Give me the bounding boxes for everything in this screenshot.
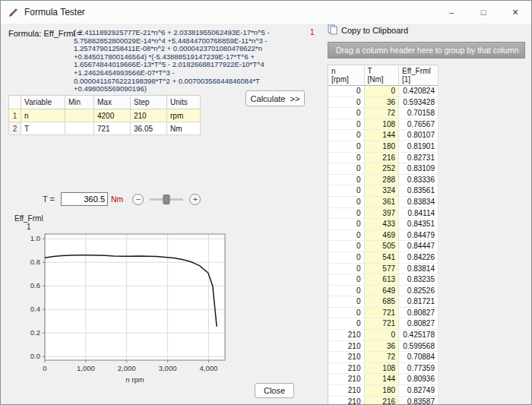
results-header-row: n [rpm] T [Nm] Eff_Frml [1] — [328, 65, 439, 86]
variable-row[interactable]: 2T72136.05Nm — [9, 122, 201, 135]
result-row[interactable]: 2101440.80936 — [328, 374, 439, 385]
result-row[interactable]: 06490.82526 — [328, 285, 439, 296]
n-cell: 0 — [328, 86, 365, 97]
result-row[interactable]: 04690.84479 — [328, 229, 439, 241]
t-cell: 288 — [364, 174, 399, 185]
n-cell: 210 — [328, 352, 365, 363]
svg-text:n rpm: n rpm — [125, 375, 144, 384]
variable-name-cell[interactable]: n — [21, 109, 65, 122]
copy-to-clipboard-label: Copy to Clipboard — [341, 26, 408, 35]
eff-cell: 0.83561 — [399, 185, 439, 197]
max-cell[interactable]: 4200 — [94, 109, 131, 122]
eff-cell: 0.81901 — [399, 141, 439, 152]
chart-y-axis-name: Eff_Frml — [14, 214, 43, 223]
result-row[interactable]: 05770.83814 — [328, 263, 439, 274]
result-row[interactable]: 01080.76567 — [328, 119, 439, 130]
result-row[interactable]: 2101800.82749 — [328, 385, 439, 397]
maximize-button[interactable]: □ — [467, 1, 499, 24]
t-cell: 613 — [364, 274, 399, 286]
results-col-header-t[interactable]: T [Nm] — [364, 65, 399, 86]
col-header-units: Units — [167, 96, 201, 109]
t-cell: 144 — [364, 130, 399, 141]
result-row[interactable]: 06850.81721 — [328, 296, 439, 308]
t-cell: 505 — [364, 241, 399, 252]
t-cell: 72 — [364, 108, 399, 119]
result-row[interactable]: 210360.599568 — [328, 340, 439, 352]
results-table: n [rpm] T [Nm] Eff_Frml [1] 000.42082403… — [328, 65, 439, 405]
n-cell: 0 — [328, 241, 365, 252]
decrement-button[interactable]: − — [132, 194, 144, 205]
col-header-step: Step — [131, 96, 167, 109]
units-cell[interactable]: Nm — [167, 122, 201, 135]
eff-cell: 0.82731 — [399, 152, 439, 163]
min-cell[interactable] — [65, 122, 94, 135]
step-cell[interactable]: 210 — [131, 109, 167, 122]
result-row[interactable]: 21000.425178 — [328, 330, 439, 341]
eff-cell: 0.425178 — [399, 330, 439, 341]
result-row[interactable]: 2102160.83587 — [328, 396, 439, 405]
max-cell[interactable]: 721 — [94, 122, 131, 135]
t-cell: 433 — [364, 219, 399, 230]
minimize-button[interactable]: – — [435, 1, 467, 24]
svg-text:0.2: 0.2 — [30, 328, 40, 337]
n-cell: 210 — [328, 385, 365, 397]
window-controls: – □ ✕ — [435, 1, 531, 24]
results-col-header-n[interactable]: n [rpm] — [328, 65, 365, 86]
eff-cell: 0.82526 — [399, 285, 439, 296]
result-row[interactable]: 210720.70884 — [328, 352, 439, 363]
result-row[interactable]: 02880.83336 — [328, 174, 439, 185]
eff-cell: 0.80827 — [399, 307, 439, 318]
eff-cell: 0.80107 — [399, 130, 439, 141]
variable-name-cell[interactable]: T — [21, 122, 65, 135]
result-row[interactable]: 0720.70158 — [328, 108, 439, 119]
result-row[interactable]: 03240.83561 — [328, 185, 439, 197]
t-cell: 108 — [364, 119, 399, 130]
variables-header-row: Variable Min Max Step Units — [9, 96, 201, 109]
t-cell: 0 — [364, 330, 399, 341]
close-button[interactable]: Close — [255, 383, 294, 398]
min-cell[interactable] — [65, 109, 94, 122]
eff-cell: 0.84447 — [399, 241, 439, 252]
t-cell: 36 — [364, 97, 399, 108]
result-row[interactable]: 01440.80107 — [328, 130, 439, 141]
result-row[interactable]: 07210.80827 — [328, 318, 439, 330]
n-cell: 0 — [328, 152, 365, 163]
group-by-panel[interactable]: Drag a column header here to group by th… — [328, 42, 525, 59]
result-row[interactable]: 02160.82731 — [328, 152, 439, 163]
svg-text:2,000: 2,000 — [118, 364, 136, 372]
result-row[interactable]: 2101080.77359 — [328, 362, 439, 374]
increment-button[interactable]: + — [189, 194, 201, 205]
close-window-button[interactable]: ✕ — [499, 1, 531, 24]
variable-row[interactable]: 1n4200210rpm — [9, 109, 201, 122]
result-row[interactable]: 0360.593428 — [328, 97, 439, 108]
n-cell: 0 — [328, 185, 365, 197]
result-row[interactable]: 06130.83235 — [328, 274, 439, 286]
calculate-button[interactable]: Calculate >> — [245, 90, 305, 106]
result-row[interactable]: 01800.81901 — [328, 141, 439, 152]
n-cell: 0 — [328, 163, 365, 175]
col-header-rownum — [9, 96, 21, 109]
result-row[interactable]: 07210.80827 — [328, 307, 439, 318]
slider-thumb[interactable] — [163, 195, 170, 204]
result-row[interactable]: 000.420824 — [328, 86, 439, 97]
n-cell: 0 — [328, 196, 365, 207]
svg-text:0.8: 0.8 — [30, 258, 40, 266]
t-cell: 541 — [364, 252, 399, 263]
result-row[interactable]: 05410.84226 — [328, 252, 439, 263]
result-row[interactable]: 02520.83109 — [328, 163, 439, 175]
result-row[interactable]: 05050.84447 — [328, 241, 439, 252]
eff-cell: 0.83814 — [399, 263, 439, 274]
result-row[interactable]: 04330.84351 — [328, 219, 439, 230]
t-slider-track[interactable] — [150, 198, 183, 201]
t-cell: 721 — [364, 307, 399, 318]
units-cell[interactable]: rpm — [167, 109, 201, 122]
svg-text:0: 0 — [43, 364, 46, 372]
result-row[interactable]: 03970.84114 — [328, 207, 439, 219]
copy-to-clipboard-button[interactable]: Copy to Clipboard — [328, 24, 408, 36]
eff-cell: 0.420824 — [399, 86, 439, 97]
step-cell[interactable]: 36.05 — [131, 122, 167, 135]
t-value-input[interactable] — [61, 192, 108, 206]
formula-line: +1.24626454993566E-07*T^3 - — [74, 69, 311, 78]
result-row[interactable]: 03610.83834 — [328, 196, 439, 207]
results-col-header-eff[interactable]: Eff_Frml [1] — [399, 65, 439, 86]
